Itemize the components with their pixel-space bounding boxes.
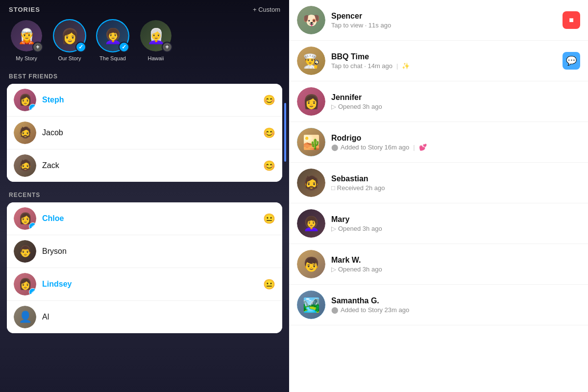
- friend-item-zack[interactable]: 🧔 Zack 😊: [7, 149, 282, 182]
- story-avatar-wrap-ourstory: 👩 ✓: [53, 19, 86, 52]
- chat-avatar-spencer: 🐶: [297, 6, 325, 34]
- bitmoji-zack: 🧔: [14, 154, 36, 177]
- chat-avatar-rodrigo: 🏜️: [297, 128, 325, 156]
- friend-item-chloe[interactable]: 👩 ✓ Chloe 😐: [7, 202, 282, 235]
- chat-item-mary[interactable]: 👩‍🦱 Mary ▷ Opened 3h ago: [289, 203, 588, 244]
- chat-sub-markw: ▷ Opened 3h ago: [331, 266, 580, 273]
- chat-avatar-ring-samantha: [297, 291, 325, 319]
- friend-name-zack: Zack: [42, 161, 263, 170]
- chat-avatar-samantha: 🏞️: [297, 291, 325, 319]
- avatar-bbq: 👨‍🍳: [297, 47, 325, 75]
- chat-info-mary: Mary ▷ Opened 3h ago: [331, 215, 580, 232]
- story-item-hawaii[interactable]: 👩‍🦳 + Hawaii: [136, 19, 175, 61]
- chat-action-spencer[interactable]: ■: [563, 11, 580, 29]
- chat-name-spencer: Spencer: [331, 12, 563, 21]
- divider-dot-rodrigo: |: [413, 144, 415, 151]
- recents-header: RECENTS: [0, 188, 289, 201]
- story-item-squad[interactable]: 👩‍🦱 ✓ The Squad: [93, 19, 132, 61]
- custom-button[interactable]: + Custom: [253, 6, 280, 13]
- avatar-jennifer: 👩: [297, 87, 325, 116]
- story-label-hawaii: Hawaii: [147, 55, 164, 61]
- chat-item-rodrigo[interactable]: 🏜️ Rodrigo ⬤ Added to Story 16m ago | 💕: [289, 122, 588, 163]
- chat-avatar-ring-rodrigo: [297, 128, 325, 156]
- chat-name-bbq: BBQ Time: [331, 52, 563, 61]
- story-add-badge-hawaii: +: [162, 42, 172, 52]
- chat-avatar-jennifer: 👩: [297, 87, 325, 116]
- chat-info-markw: Mark W. ▷ Opened 3h ago: [331, 256, 580, 273]
- chat-avatar-markw: 👦: [297, 250, 325, 278]
- chat-item-markw[interactable]: 👦 Mark W. ▷ Opened 3h ago: [289, 244, 588, 285]
- bitmoji-jacob: 🧔: [14, 122, 36, 144]
- stories-panel: STORIES + Custom 🧝 + My Story 👩 ✓: [0, 0, 289, 392]
- avatar-sebastian: 🧔: [297, 169, 325, 197]
- avatar-mary: 👩‍🦱: [297, 209, 325, 238]
- bitmoji-bryson: 👨: [14, 240, 36, 263]
- friend-name-al: Al: [42, 313, 275, 321]
- friend-item-bryson[interactable]: 👨 Bryson: [7, 235, 282, 268]
- chat-name-samantha: Samantha G.: [331, 296, 580, 305]
- story-check-badge-ourstory: ✓: [75, 42, 86, 52]
- chat-action-bbq[interactable]: 💬: [563, 52, 580, 70]
- chat-sub-bbq: Tap to chat · 14m ago | ✨: [331, 62, 563, 70]
- chat-sub-rodrigo: ⬤ Added to Story 16m ago | 💕: [331, 144, 580, 151]
- friend-check-chloe: ✓: [29, 222, 36, 230]
- stories-row: 🧝 + My Story 👩 ✓ Our Story 👩‍🦱: [0, 17, 289, 69]
- chat-item-spencer[interactable]: 🐶 Spencer Tap to view · 11s ago ■: [289, 0, 588, 41]
- avatar-spencer: 🐶: [297, 6, 325, 34]
- chat-info-samantha: Samantha G. ⬤ Added to Story 23m ago: [331, 296, 580, 314]
- story-label-mystory: My Story: [16, 55, 37, 61]
- chats-panel: 🐶 Spencer Tap to view · 11s ago ■ 👨‍🍳 BB…: [289, 0, 588, 392]
- friend-avatar-zack: 🧔: [14, 154, 36, 177]
- friend-item-steph[interactable]: 👩 ✓ Steph 😊: [7, 84, 282, 117]
- friend-avatar-jacob: 🧔: [14, 122, 36, 144]
- chat-item-sebastian[interactable]: 🧔 Sebastian □ Received 2h ago: [289, 163, 588, 203]
- chat-sub-samantha: ⬤ Added to Story 23m ago: [331, 306, 580, 314]
- box-icon-sebastian: □: [331, 184, 335, 192]
- friend-item-al[interactable]: 👤 Al: [7, 301, 282, 333]
- chat-item-jennifer[interactable]: 👩 Jennifer ▷ Opened 3h ago: [289, 81, 588, 122]
- friend-check-lindsey: ✓: [29, 288, 36, 295]
- friend-name-steph: Steph: [42, 96, 263, 104]
- friend-name-jacob: Jacob: [42, 128, 263, 137]
- friend-name-bryson: Bryson: [42, 247, 275, 256]
- chat-name-mary: Mary: [331, 215, 580, 224]
- dot-icon-samantha: ⬤: [331, 306, 339, 314]
- best-friends-header: BEST FRIENDS: [0, 69, 289, 83]
- story-add-badge-mystory: +: [32, 42, 43, 52]
- story-check-badge-squad: ✓: [119, 42, 129, 52]
- chat-name-rodrigo: Rodrigo: [331, 134, 580, 143]
- story-label-ourstory: Our Story: [58, 55, 81, 61]
- extra-icon-bbq: ✨: [402, 62, 410, 70]
- friend-check-steph: ✓: [29, 104, 36, 111]
- friend-name-chloe: Chloe: [42, 214, 263, 223]
- avatar-markw: 👦: [297, 250, 325, 278]
- chat-item-samantha[interactable]: 🏞️ Samantha G. ⬤ Added to Story 23m ago: [289, 285, 588, 325]
- story-item-ourstory[interactable]: 👩 ✓ Our Story: [50, 19, 89, 61]
- action-icon-bbq: 💬: [566, 55, 577, 66]
- friend-item-jacob[interactable]: 🧔 Jacob 😊: [7, 117, 282, 149]
- chat-avatar-sebastian: 🧔: [297, 169, 325, 197]
- dot-icon-rodrigo: ⬤: [331, 144, 339, 151]
- chat-avatar-mary: 👩‍🦱: [297, 209, 325, 238]
- chat-info-bbq: BBQ Time Tap to chat · 14m ago | ✨: [331, 52, 563, 70]
- chat-sub-sebastian: □ Received 2h ago: [331, 184, 580, 192]
- chat-sub-spencer: Tap to view · 11s ago: [331, 22, 563, 29]
- story-item-mystory[interactable]: 🧝 + My Story: [7, 19, 46, 61]
- chat-sub-jennifer: ▷ Opened 3h ago: [331, 103, 580, 110]
- chat-name-sebastian: Sebastian: [331, 174, 580, 183]
- chat-info-rodrigo: Rodrigo ⬤ Added to Story 16m ago | 💕: [331, 134, 580, 151]
- story-avatar-wrap-hawaii: 👩‍🦳 +: [139, 19, 172, 52]
- chat-name-markw: Mark W.: [331, 256, 580, 265]
- story-avatar-wrap-squad: 👩‍🦱 ✓: [96, 19, 129, 52]
- divider-dot-bbq: |: [396, 62, 398, 70]
- chat-avatar-bbq: 👨‍🍳: [297, 47, 325, 75]
- friend-name-lindsey: Lindsey: [42, 280, 263, 289]
- story-avatar-wrap-mystory: 🧝 +: [10, 19, 43, 52]
- friend-item-lindsey[interactable]: 👩 ✓ Lindsey 😐: [7, 268, 282, 301]
- friend-avatar-chloe: 👩 ✓: [14, 207, 36, 230]
- friend-emoji-jacob: 😊: [263, 127, 275, 139]
- friend-emoji-lindsey: 😐: [263, 278, 275, 290]
- heart-icon-rodrigo: 💕: [419, 144, 427, 151]
- friend-avatar-bryson: 👨: [14, 240, 36, 263]
- chat-item-bbq[interactable]: 👨‍🍳 BBQ Time Tap to chat · 14m ago | ✨ 💬: [289, 41, 588, 81]
